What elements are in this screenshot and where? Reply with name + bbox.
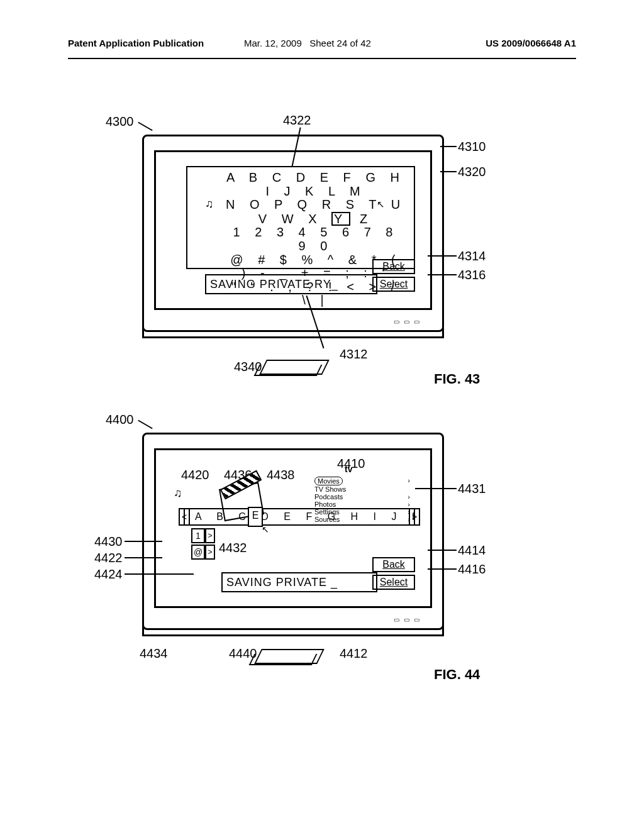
cursor-icon: ↖ — [262, 524, 269, 534]
ref-4431: 4431 — [458, 482, 486, 496]
digits-row-arrow[interactable]: > — [205, 528, 215, 543]
ref-4314: 4314 — [458, 249, 486, 263]
ref-4434: 4434 — [140, 646, 168, 661]
kbd-row2-right: Z — [350, 212, 373, 226]
appletv-logo: tv — [345, 464, 352, 474]
fig43-text-input[interactable]: SAVING PRIVATE RY_ — [205, 274, 377, 294]
select-button[interactable]: Select — [372, 575, 415, 590]
patent-page: Patent Application Publication Mar. 12, … — [0, 0, 644, 830]
kbd-selected-Y[interactable]: Y — [331, 212, 350, 226]
ref-4400: 4400 — [106, 412, 134, 427]
header-sheet: Sheet 24 of 42 — [309, 38, 371, 48]
ref-4316: 4316 — [458, 268, 486, 282]
symbols-row-arrow[interactable]: > — [205, 545, 215, 560]
letter-bar-right-arrow[interactable]: > — [409, 508, 420, 526]
back-button[interactable]: Back — [372, 557, 415, 572]
cursor-icon: ↖ — [377, 199, 385, 210]
fig43-tv-stand — [142, 328, 444, 338]
fig44-remote — [258, 649, 327, 665]
digits-row-first[interactable]: 1 — [191, 528, 205, 543]
menu-item-photos[interactable]: Photos — [314, 501, 336, 508]
ref-4320: 4320 — [458, 165, 486, 179]
menu-item-tvshows[interactable]: TV Shows — [314, 485, 346, 493]
ref-4416: 4416 — [458, 562, 486, 577]
fig43-caption: FIG. 43 — [434, 371, 480, 387]
fig43-keyboard-panel: ♫ A B C D E F G H I J K L M N O P Q R S … — [186, 166, 415, 269]
letter-bar-selected-E[interactable]: E — [248, 507, 263, 527]
tv-ports-icon: ▭ ▭ ▭ — [394, 616, 421, 623]
tv-ports-icon: ▭ ▭ ▭ — [394, 318, 421, 325]
ref-4322: 4322 — [283, 113, 311, 128]
fig44-screen: ♫ tv Movies› TV Shows Podcasts› Photos› … — [154, 448, 432, 608]
fig43-screen: ♫ A B C D E F G H I J K L M N O P Q R S … — [154, 150, 432, 310]
fig44-caption: FIG. 44 — [434, 667, 480, 683]
fig43-remote — [263, 360, 332, 376]
header-date: Mar. 12, 2009 — [244, 38, 302, 48]
kbd-row-1[interactable]: A B C D E F G H I J K L M — [225, 171, 406, 198]
header-pubno: US 2009/0066648 A1 — [486, 38, 576, 48]
ref-4424: 4424 — [94, 567, 123, 582]
letter-bar[interactable]: A B C D E F G H I J K L M N O — [184, 508, 415, 526]
music-icon: ♫ — [205, 197, 214, 211]
menu-item-movies[interactable]: Movies — [314, 477, 343, 485]
symbols-row-first[interactable]: @ — [191, 545, 205, 560]
back-button[interactable]: Back — [372, 259, 415, 274]
ref-4414: 4414 — [458, 543, 486, 558]
fig44-tv-bezel: ♫ tv Movies› TV Shows Podcasts› Photos› … — [142, 433, 444, 630]
ref-4312: 4312 — [340, 347, 368, 362]
ref-4430: 4430 — [94, 534, 123, 549]
ref-4300: 4300 — [106, 114, 134, 129]
menu-item-podcasts[interactable]: Podcasts — [314, 493, 343, 501]
fig44-tv-stand — [142, 626, 444, 636]
ref-4422: 4422 — [94, 551, 123, 565]
fig44-text-input[interactable]: SAVING PRIVATE _ — [221, 572, 377, 592]
kbd-row-3[interactable]: 1 2 3 4 5 6 7 8 9 0 — [225, 226, 406, 253]
select-button[interactable]: Select — [372, 277, 415, 292]
ref-4412: 4412 — [340, 646, 368, 661]
ref-4310: 4310 — [458, 140, 486, 154]
header-date-sheet: Mar. 12, 2009 Sheet 24 of 42 — [244, 38, 371, 48]
header-publication: Patent Application Publication — [68, 38, 204, 48]
music-icon: ♫ — [174, 487, 182, 500]
page-header: Patent Application Publication Mar. 12, … — [68, 38, 576, 59]
